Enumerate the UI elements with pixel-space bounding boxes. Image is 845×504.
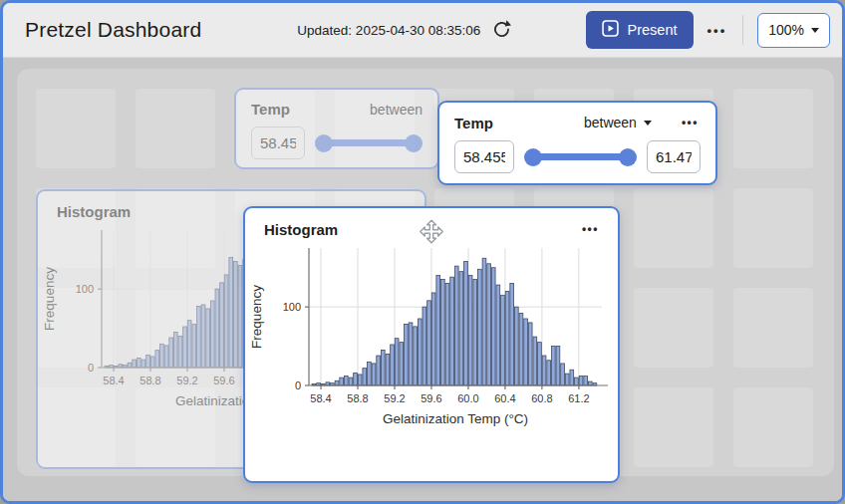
svg-text:0: 0 [88, 362, 94, 374]
ghost-temp-filter-card: Temp between [234, 88, 439, 169]
app-window: Pretzel Dashboard Updated: 2025-04-30 08… [0, 0, 845, 504]
header-more-button[interactable]: ••• [702, 19, 733, 42]
svg-text:60.8: 60.8 [531, 392, 552, 404]
grid-cell [136, 89, 215, 168]
play-icon [602, 20, 619, 40]
move-icon [419, 233, 445, 248]
grid-cell [733, 288, 813, 368]
histogram-more-button[interactable]: ••• [580, 220, 601, 238]
more-icon: ••• [682, 116, 699, 129]
zoom-dropdown[interactable]: 100% [757, 13, 830, 48]
chevron-down-icon [811, 28, 819, 33]
histogram-title: Histogram [264, 221, 338, 238]
svg-text:61.2: 61.2 [568, 392, 589, 404]
operator-dropdown[interactable]: between [578, 114, 658, 131]
present-label: Present [628, 22, 678, 38]
grid-cell [733, 188, 813, 268]
svg-text:Gelatinization Temp (°C): Gelatinization Temp (°C) [383, 411, 528, 426]
page-title: Pretzel Dashboard [25, 18, 201, 42]
more-icon: ••• [582, 222, 599, 236]
updated-status: Updated: 2025-04-30 08:35:06 [297, 17, 513, 43]
grid-cell [733, 387, 813, 467]
svg-text:Frequency: Frequency [42, 267, 57, 331]
drag-handle[interactable] [417, 216, 447, 250]
slider-handle-min[interactable] [524, 148, 542, 166]
ghost-filter-title: Temp [251, 101, 290, 118]
refresh-icon [492, 19, 511, 41]
dashboard-canvas: Temp between Histo [3, 58, 842, 501]
svg-text:Frequency: Frequency [249, 285, 264, 349]
svg-text:59.2: 59.2 [384, 392, 405, 404]
histogram-chart: 58.458.859.259.660.060.460.861.20100Gela… [245, 242, 618, 437]
svg-text:59.6: 59.6 [421, 392, 441, 404]
slider-handle-max[interactable] [619, 148, 637, 166]
grid-cell [634, 387, 713, 467]
zoom-value: 100% [768, 22, 804, 38]
grid-cell [36, 89, 116, 168]
svg-text:58.8: 58.8 [140, 375, 160, 386]
svg-text:58.4: 58.4 [103, 375, 124, 386]
slider-track[interactable] [530, 153, 631, 160]
ghost-min-input [251, 126, 305, 159]
updated-text: Updated: 2025-04-30 08:35:06 [297, 23, 480, 38]
ghost-range-slider [315, 133, 422, 153]
min-value-input[interactable] [454, 140, 514, 173]
svg-text:0: 0 [295, 379, 301, 391]
range-slider[interactable] [524, 147, 637, 167]
chevron-down-icon [644, 121, 652, 126]
ghost-operator-label: between [370, 102, 422, 118]
histogram-card[interactable]: Histogram ••• 58.458.859.259.660.060.460… [243, 206, 620, 483]
svg-text:100: 100 [283, 301, 301, 313]
svg-text:59.6: 59.6 [213, 375, 234, 386]
operator-value: between [584, 115, 637, 130]
present-button[interactable]: Present [586, 11, 694, 49]
temp-filter-card[interactable]: Temp between ••• [437, 101, 717, 185]
svg-text:58.8: 58.8 [347, 392, 368, 404]
grid-cell [634, 288, 713, 368]
header-divider [742, 15, 743, 45]
filter-title: Temp [454, 115, 493, 131]
grid-cell [733, 89, 813, 168]
svg-text:100: 100 [76, 283, 94, 295]
grid-cell [634, 188, 713, 268]
refresh-button[interactable] [490, 17, 513, 43]
svg-text:59.2: 59.2 [176, 375, 197, 386]
max-value-input[interactable] [647, 140, 701, 173]
header-bar: Pretzel Dashboard Updated: 2025-04-30 08… [3, 3, 842, 58]
ghost-histogram-title: Histogram [57, 203, 131, 220]
svg-text:60.0: 60.0 [457, 392, 478, 404]
filter-more-button[interactable]: ••• [680, 114, 701, 131]
svg-text:58.4: 58.4 [310, 392, 331, 404]
svg-text:60.4: 60.4 [494, 392, 515, 404]
more-icon: ••• [707, 23, 727, 38]
